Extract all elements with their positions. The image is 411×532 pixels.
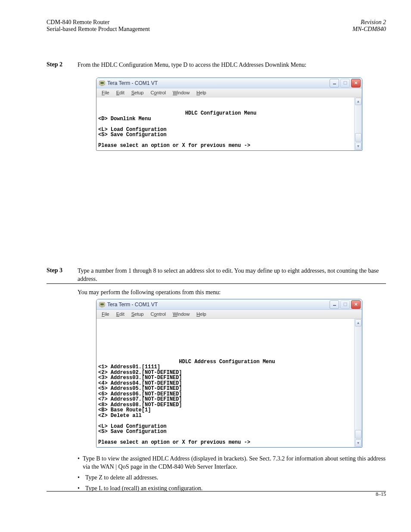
- window-title: Tera Term - COM1 VT: [107, 302, 330, 308]
- titlebar[interactable]: Tera Term - COM1 VT ✕: [97, 299, 362, 310]
- menu-control[interactable]: Control: [147, 90, 169, 96]
- menu-help[interactable]: Help: [193, 90, 210, 96]
- terminal-content[interactable]: HDLC Address Configuration Menu <1> Addr…: [97, 319, 354, 447]
- step2-body: From the HDLC Configuration Menu, type D…: [78, 61, 386, 69]
- step3-body2: You may perform the following operations…: [78, 289, 386, 297]
- app-icon: [99, 302, 105, 308]
- header-left: CDM-840 Remote Router: [47, 19, 150, 26]
- menu-window[interactable]: Window: [169, 311, 193, 317]
- doc-header: CDM-840 Remote Router Serial-based Remot…: [47, 19, 386, 33]
- header-right: Revision 2: [352, 19, 386, 26]
- header-sub: Serial-based Remote Product Management: [47, 26, 150, 33]
- step2-label: Step 2: [47, 61, 62, 68]
- close-button[interactable]: ✕: [351, 300, 361, 309]
- terminal-window-1: Tera Term - COM1 VT ✕ File Edit Setup Co…: [96, 78, 362, 151]
- app-icon: [99, 80, 105, 86]
- footer-right: 8–15: [376, 491, 386, 498]
- terminal-window-2: Tera Term - COM1 VT ✕ File Edit Setup Co…: [96, 299, 362, 448]
- svg-rect-4: [344, 81, 347, 84]
- scrollbar[interactable]: ▲ ▼: [354, 319, 362, 447]
- minimize-button[interactable]: [330, 300, 339, 309]
- step3-label: Step 3: [47, 267, 62, 274]
- scroll-up-button[interactable]: ▲: [355, 98, 361, 105]
- svg-rect-7: [101, 307, 103, 308]
- svg-rect-1: [100, 82, 104, 84]
- bullet-1: Type B to view the assigned HDLC Address…: [83, 455, 386, 471]
- menu-control[interactable]: Control: [147, 311, 169, 317]
- menu-file[interactable]: File: [98, 311, 113, 317]
- scroll-thumb[interactable]: [355, 133, 361, 142]
- titlebar[interactable]: Tera Term - COM1 VT ✕: [97, 78, 362, 88]
- minimize-button[interactable]: [330, 79, 339, 87]
- scroll-track[interactable]: [355, 106, 362, 142]
- maximize-button[interactable]: [340, 300, 350, 309]
- menubar: File Edit Setup Control Window Help: [97, 310, 362, 319]
- scroll-down-button[interactable]: ▼: [355, 439, 361, 447]
- bullet-list: •Type B to view the assigned HDLC Addres…: [78, 455, 386, 493]
- svg-rect-9: [344, 303, 347, 306]
- scrollbar[interactable]: ▲ ▼: [354, 97, 362, 150]
- scroll-down-button[interactable]: ▼: [355, 143, 361, 150]
- scroll-track[interactable]: [355, 327, 362, 439]
- menu-help[interactable]: Help: [193, 311, 210, 317]
- maximize-button[interactable]: [340, 79, 350, 87]
- menu-edit[interactable]: Edit: [113, 311, 128, 317]
- terminal-content[interactable]: HDLC Configuration Menu <D> Downlink Men…: [97, 97, 354, 150]
- scroll-thumb[interactable]: [355, 430, 361, 439]
- step3-body: Type a number from 1 through 8 to select…: [78, 267, 386, 283]
- svg-rect-2: [101, 85, 103, 86]
- close-button[interactable]: ✕: [351, 79, 361, 87]
- svg-rect-8: [333, 305, 336, 306]
- scroll-up-button[interactable]: ▲: [355, 319, 361, 327]
- menu-file[interactable]: File: [98, 90, 113, 96]
- menu-window[interactable]: Window: [169, 90, 193, 96]
- bullet-2: Type Z to delete all addresses.: [85, 474, 158, 482]
- svg-rect-6: [100, 303, 104, 305]
- menu-edit[interactable]: Edit: [113, 90, 128, 96]
- svg-rect-3: [333, 84, 336, 84]
- header-code: MN-CDM840: [352, 26, 386, 33]
- menu-setup[interactable]: Setup: [128, 90, 147, 96]
- menubar: File Edit Setup Control Window Help: [97, 88, 362, 97]
- divider: [47, 283, 386, 284]
- footer-divider: [47, 491, 386, 492]
- menu-setup[interactable]: Setup: [128, 311, 147, 317]
- window-title: Tera Term - COM1 VT: [107, 80, 330, 86]
